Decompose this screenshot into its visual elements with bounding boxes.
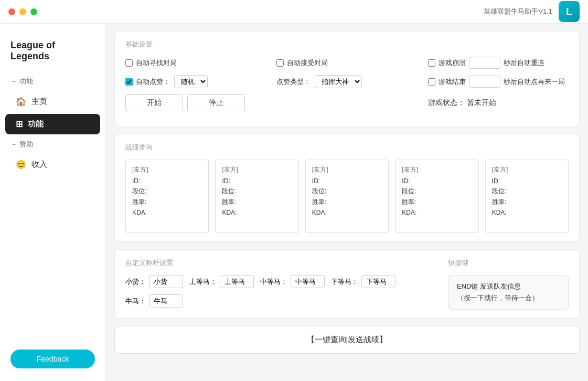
close-button[interactable] [8,8,15,15]
nickname-title: 自定义称呼设置 [125,258,437,268]
nickname-label-3: 下等马： [331,277,358,287]
game-crash-col: 游戏崩溃 3000 秒后自动重连 [428,57,569,69]
nickname-section: 自定义称呼设置 小货： 上等马： 中等马： 下等马： 牛马： [125,258,437,308]
sidebar-item-home[interactable]: 🏠 主页 [5,91,100,112]
game-end-input[interactable]: 3000 [469,76,500,88]
record-id-2: ID: [312,177,382,185]
nickname-input-1[interactable] [220,275,254,288]
nickname-input-0[interactable] [149,275,183,288]
app-logo: L [559,1,580,22]
auto-accept-match-text: 自动接受对局 [287,58,328,68]
query-btn-wrap: 【一键查询|发送战绩】 [114,326,580,354]
game-crash-label[interactable]: 游戏崩溃 [428,58,466,68]
section-label-features: － 功能 [0,72,105,90]
record-winrate-0: 胜率: [132,198,202,207]
auto-find-match-text: 自动寻找对局 [136,58,177,68]
record-tag-0: [友方] [132,165,202,174]
settings-row-1: 自动寻找对局 自动接受对局 游戏崩溃 3000 秒后自动重连 [125,57,569,69]
battle-records-card: 战绩查询 [友方] ID: 段位: 胜率: KDA: [友方] ID: 段位: … [114,134,580,242]
nickname-input-3[interactable] [361,275,395,288]
record-card-4: [友方] ID: 段位: 胜率: KDA: [485,160,569,233]
start-stop-col: 开始 停止 [125,94,266,111]
sidebar-item-features[interactable]: ⊞ 功能 [5,114,100,134]
auto-like-checkbox[interactable] [125,78,133,86]
game-end-checkbox[interactable] [428,78,435,86]
features-icon: ⊞ [16,119,23,129]
minimize-button[interactable] [19,8,26,15]
nickname-pair-2: 中等马： [260,275,325,288]
record-winrate-1: 胜率: [222,198,292,207]
titlebar-right: 英雄联盟牛马助手V1.1 L [484,1,580,22]
game-crash-input[interactable]: 3000 [469,57,500,69]
record-id-0: ID: [132,177,202,185]
auto-like-label[interactable]: 自动点赞： [125,77,170,87]
auto-find-col: 自动寻找对局 [125,58,266,68]
game-crash-checkbox[interactable] [428,59,435,67]
like-type-col: 点赞类型： 指挥大神 全力输出 最佳助攻 [276,75,417,88]
nickname-pair-0: 小货： [125,275,183,288]
record-id-1: ID: [222,177,292,185]
nickname-pair-3: 下等马： [331,275,395,288]
game-status-prefix: 游戏状态： [428,98,465,107]
game-end-text: 游戏结束 [439,77,466,87]
nickname-pair-1: 上等马： [189,275,254,288]
nickname-input-4[interactable] [149,294,183,308]
stop-button[interactable]: 停止 [187,94,245,111]
game-end-label[interactable]: 游戏结束 [428,77,466,87]
nickname-input-2[interactable] [291,275,325,288]
feedback-button[interactable]: Feedback [10,350,95,368]
record-winrate-4: 胜率: [492,198,562,207]
main-content: 基础设置 自动寻找对局 自动接受对局 游戏崩溃 3000 [106,0,588,381]
record-rank-2: 段位: [312,187,382,196]
shortcut-line1: END键 发送队友信息 [457,281,560,292]
auto-like-select[interactable]: 随机 指定 [174,75,208,88]
window-controls [8,8,37,15]
record-winrate-2: 胜率: [312,198,382,207]
auto-accept-col: 自动接受对局 [276,58,417,68]
record-rank-3: 段位: [402,187,472,196]
sidebar-item-income-label: 收入 [31,160,47,170]
record-kda-3: KDA: [402,209,472,216]
shortcut-box: END键 发送队友信息 （按一下就行，等待一会） [448,275,569,310]
sidebar-brand: League of Legends [0,31,105,72]
sidebar-item-home-label: 主页 [31,97,47,107]
auto-find-match-checkbox[interactable] [125,59,133,67]
titlebar: 英雄联盟牛马助手V1.1 L [0,0,588,24]
sidebar-item-income[interactable]: 😊 收入 [5,154,100,175]
sidebar-item-features-label: 功能 [28,119,44,129]
query-button[interactable]: 【一键查询|发送战绩】 [114,326,580,354]
record-winrate-3: 胜率: [402,198,472,207]
record-rank-0: 段位: [132,187,202,196]
record-tag-1: [友方] [222,165,292,174]
sidebar-feedback: Feedback [0,350,105,368]
record-card-0: [友方] ID: 段位: 胜率: KDA: [125,160,209,233]
income-icon: 😊 [16,160,26,170]
record-kda-4: KDA: [492,209,562,216]
record-card-3: [友方] ID: 段位: 胜率: KDA: [395,160,478,233]
record-tag-3: [友方] [402,165,472,174]
record-id-4: ID: [492,177,562,185]
nickname-label-4: 牛马： [125,297,146,306]
game-status-value: 暂未开始 [467,98,496,107]
record-rank-1: 段位: [222,187,292,196]
auto-accept-match-checkbox[interactable] [276,59,284,67]
basic-settings-card: 基础设置 自动寻找对局 自动接受对局 游戏崩溃 3000 [114,31,580,126]
record-kda-0: KDA: [132,209,202,216]
nickname-label-0: 小货： [125,277,146,287]
nickname-label-2: 中等马： [260,277,287,287]
auto-like-text: 自动点赞： [136,77,170,87]
shortcut-section: 快捷键 END键 发送队友信息 （按一下就行，等待一会） [448,258,569,310]
auto-find-match-label[interactable]: 自动寻找对局 [125,58,177,68]
start-button[interactable]: 开始 [125,94,183,111]
game-crash-text: 游戏崩溃 [439,58,466,68]
like-type-select[interactable]: 指挥大神 全力输出 最佳助攻 [315,75,362,88]
game-status-label: 游戏状态： 暂未开始 [428,98,496,108]
game-crash-seconds-label: 秒后自动重连 [504,58,544,68]
auto-accept-match-label[interactable]: 自动接受对局 [276,58,328,68]
section-label-support: － 赞助 [0,135,105,153]
record-id-3: ID: [402,177,472,185]
maximize-button[interactable] [30,8,37,15]
shortcut-line2: （按一下就行，等待一会） [457,292,560,304]
basic-settings-title: 基础设置 [125,40,569,49]
records-grid: [友方] ID: 段位: 胜率: KDA: [友方] ID: 段位: 胜率: K… [125,160,569,233]
